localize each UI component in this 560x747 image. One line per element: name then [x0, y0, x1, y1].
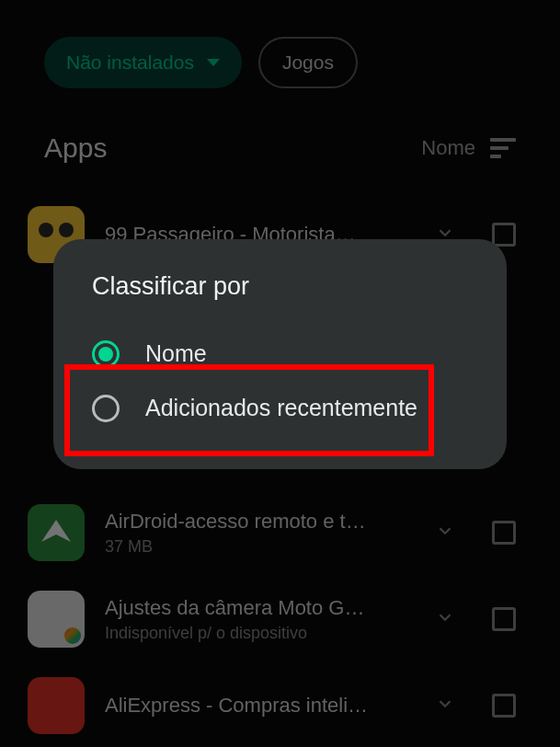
app-icon: [28, 677, 85, 734]
select-checkbox[interactable]: [492, 694, 516, 718]
sort-option-recent[interactable]: Adicionados recentemente: [81, 381, 479, 435]
select-checkbox[interactable]: [492, 607, 516, 631]
filter-chips-row: Não instalados Jogos: [0, 0, 560, 88]
filter-not-installed-chip[interactable]: Não instalados: [44, 37, 242, 88]
app-subtitle: 37 MB: [105, 537, 407, 557]
chip-label: Não instalados: [66, 52, 194, 74]
sort-dialog: Classificar por Nome Adicionados recente…: [53, 239, 507, 469]
expand-chevron-icon[interactable]: [428, 607, 463, 631]
sort-icon: [490, 138, 516, 158]
sort-button[interactable]: Nome: [421, 136, 516, 160]
app-info: AirDroid-acesso remoto e t… 37 MB: [105, 510, 407, 557]
sort-label: Nome: [421, 136, 475, 160]
list-item[interactable]: AirDroid-acesso remoto e t… 37 MB: [28, 489, 532, 576]
app-info: AliExpress - Compras inteli…: [105, 694, 407, 718]
radio-label: Adicionados recentemente: [145, 394, 417, 422]
select-checkbox[interactable]: [492, 223, 516, 247]
app-icon: [28, 504, 85, 561]
dialog-title: Classificar por: [81, 272, 479, 301]
app-name: AirDroid-acesso remoto e t…: [105, 510, 407, 534]
app-info: Ajustes da câmera Moto G… Indisponível p…: [105, 596, 407, 643]
list-item[interactable]: Ajustes da câmera Moto G… Indisponível p…: [28, 576, 532, 662]
radio-label: Nome: [145, 339, 207, 368]
expand-chevron-icon[interactable]: [428, 521, 463, 545]
app-name: AliExpress - Compras inteli…: [105, 694, 407, 718]
select-checkbox[interactable]: [492, 521, 516, 545]
radio-unselected-icon: [92, 395, 120, 422]
app-icon: [28, 591, 85, 648]
chip-label: Jogos: [282, 52, 334, 74]
section-header: Apps Nome: [0, 88, 560, 164]
app-name: Ajustes da câmera Moto G…: [105, 596, 407, 620]
chevron-down-icon: [207, 59, 220, 66]
radio-selected-icon: [92, 340, 120, 368]
expand-chevron-icon[interactable]: [428, 694, 463, 718]
sort-option-name[interactable]: Nome: [81, 327, 479, 381]
list-item[interactable]: AliExpress - Compras inteli…: [28, 662, 532, 747]
page-title: Apps: [44, 132, 107, 164]
app-subtitle: Indisponível p/ o dispositivo: [105, 624, 407, 643]
filter-games-chip[interactable]: Jogos: [258, 37, 358, 88]
